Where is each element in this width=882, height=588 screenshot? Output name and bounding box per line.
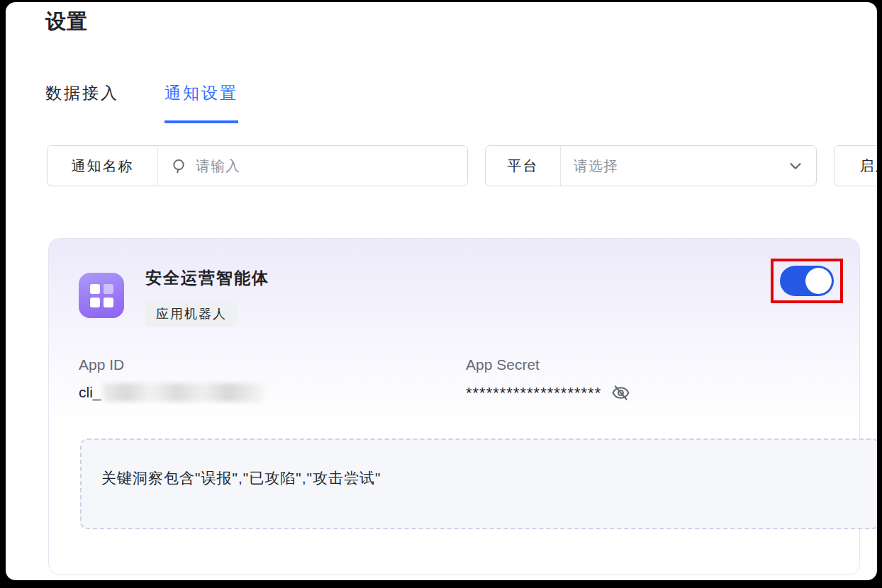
app-robot-badge: 应用机器人 [145,301,238,327]
app-id-redacted-blur [103,383,264,402]
notification-name-label: 通知名称 [48,146,158,186]
toggle-knob [805,268,832,294]
app-secret-masked-value: ******************** [466,384,601,402]
insight-rule-box: 关键洞察包含"误报","已攻陷","攻击尝试" [80,439,877,529]
tab-bar: 数据接入 通知设置 [45,82,238,123]
chevron-down-icon [788,158,803,174]
eye-off-icon[interactable] [611,383,630,402]
platform-select-value[interactable]: 请选择 [574,157,779,176]
app-grid-icon [79,273,124,318]
enable-toggle[interactable] [780,266,834,296]
notification-name-filter: 通知名称 [47,145,468,186]
enabled-label: 启用 [834,146,877,186]
app-secret-label: App Secret [466,356,630,373]
tab-notification-settings[interactable]: 通知设置 [164,82,238,123]
app-id-field: App ID cli_ [79,356,264,402]
insight-rule-text: 关键洞察包含"误报","已攻陷","攻击尝试" [101,468,859,488]
tab-data-access[interactable]: 数据接入 [45,82,119,123]
app-secret-field: App Secret ******************** [466,356,630,402]
platform-label: 平台 [486,146,561,186]
app-id-label: App ID [79,356,264,373]
annotation-highlight [771,259,843,303]
filter-row: 通知名称 平台 请选择 [47,145,877,186]
app-id-prefix: cli_ [79,384,101,401]
platform-filter[interactable]: 平台 请选择 [485,145,817,186]
notification-name-input[interactable] [196,158,454,174]
page-title: 设置 [45,8,88,36]
notification-card: 安全运营智能体 应用机器人 App ID cli_ App Secret ***… [48,238,860,575]
settings-page: 设置 数据接入 通知设置 通知名称 平台 请选择 [6,2,877,580]
agent-title: 安全运营智能体 [145,267,269,289]
enabled-filter[interactable]: 启用 [834,145,877,186]
search-icon [171,158,187,174]
